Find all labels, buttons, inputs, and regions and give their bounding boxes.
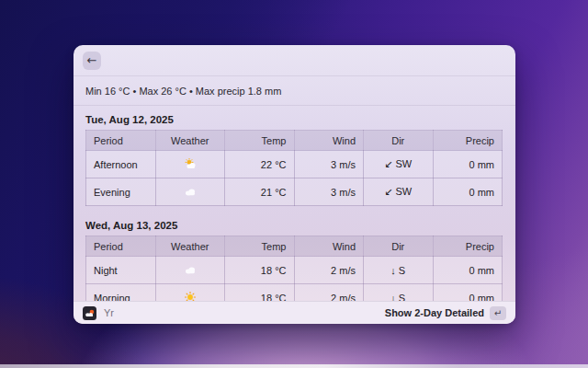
back-button[interactable]: ← (83, 52, 101, 70)
col-header-wind: Wind (294, 131, 364, 151)
col-header-precip: Precip (433, 236, 503, 257)
col-header-weather: Weather (155, 131, 225, 151)
table-row: Evening 21 °C 3 m/s ↙ SW 0 mm (86, 178, 503, 206)
weather-cell (155, 284, 225, 302)
wind-cell: 2 m/s (294, 257, 364, 284)
nav-bar: ← (74, 45, 515, 76)
col-header-temp: Temp (225, 236, 295, 257)
table-row: Afternoon 22 °C 3 m/s ↙ SW 0 mm (86, 151, 503, 178)
temp-cell: 22 °C (225, 151, 295, 178)
yr-app-icon (83, 306, 96, 320)
precip-cell: 0 mm (433, 284, 503, 302)
wind-cell: 3 m/s (294, 151, 364, 178)
forecast-section-day1: Tue, Aug 12, 2025 Period Weather Temp Wi… (85, 114, 503, 206)
table-header-row: Period Weather Temp Wind Dir Precip (86, 131, 503, 151)
precip-cell: 0 mm (433, 178, 503, 206)
dir-cell: ↙ SW (364, 151, 434, 178)
col-header-dir: Dir (364, 131, 434, 151)
weather-cell (155, 151, 225, 178)
precip-cell: 0 mm (433, 257, 503, 284)
dir-cell: ↓ S (364, 257, 434, 284)
dir-cell: ↙ SW (364, 178, 434, 206)
temp-cell: 18 °C (225, 284, 295, 302)
dir-cell: ↓ S (364, 284, 434, 302)
section-date-title: Wed, Aug 13, 2025 (85, 220, 503, 231)
forecast-table-day1: Period Weather Temp Wind Dir Precip Afte… (85, 130, 503, 206)
wind-cell: 2 m/s (294, 284, 364, 302)
cloud-icon (184, 264, 197, 275)
col-header-wind: Wind (294, 236, 364, 257)
sun-behind-cloud-icon (184, 158, 197, 169)
summary-bar: Min 16 °C • Max 26 °C • Max precip 1.8 m… (74, 76, 515, 106)
forecast-table-day2: Period Weather Temp Wind Dir Precip Nigh… (85, 236, 503, 301)
col-header-period: Period (86, 236, 156, 257)
app-name-label: Yr (104, 307, 114, 318)
table-row: Night 18 °C 2 m/s ↓ S 0 mm (86, 257, 503, 284)
forecast-content: Tue, Aug 12, 2025 Period Weather Temp Wi… (74, 106, 515, 301)
weather-detail-window: ← Min 16 °C • Max 26 °C • Max precip 1.8… (74, 45, 515, 324)
col-header-weather: Weather (155, 236, 225, 257)
summary-text: Min 16 °C • Max 26 °C • Max precip 1.8 m… (85, 86, 281, 97)
background-window-edge (0, 364, 588, 368)
action-bar: Yr Show 2-Day Detailed ↵ (74, 301, 515, 324)
col-header-temp: Temp (225, 131, 295, 151)
cloud-icon (184, 186, 197, 197)
period-cell: Evening (86, 178, 156, 206)
weather-cell (155, 178, 225, 206)
sun-icon (184, 292, 197, 301)
precip-cell: 0 mm (433, 151, 503, 178)
period-cell: Afternoon (86, 151, 156, 178)
period-cell: Morning (86, 284, 156, 302)
temp-cell: 18 °C (225, 257, 295, 284)
forecast-section-day2: Wed, Aug 13, 2025 Period Weather Temp Wi… (85, 220, 503, 301)
section-date-title: Tue, Aug 12, 2025 (85, 114, 503, 125)
back-arrow-icon: ← (87, 53, 97, 67)
weather-cell (155, 257, 225, 284)
return-key-icon: ↵ (490, 306, 506, 320)
col-header-period: Period (86, 131, 156, 151)
col-header-precip: Precip (433, 131, 503, 151)
temp-cell: 21 °C (225, 178, 295, 206)
action-label: Show 2-Day Detailed (385, 307, 484, 318)
period-cell: Night (86, 257, 156, 284)
wind-cell: 3 m/s (294, 178, 364, 206)
show-2-day-detailed-button[interactable]: Show 2-Day Detailed ↵ (385, 306, 506, 320)
table-header-row: Period Weather Temp Wind Dir Precip (86, 236, 503, 257)
col-header-dir: Dir (364, 236, 434, 257)
table-row: Morning 18 °C 2 m/s ↓ S 0 mm (86, 284, 503, 302)
